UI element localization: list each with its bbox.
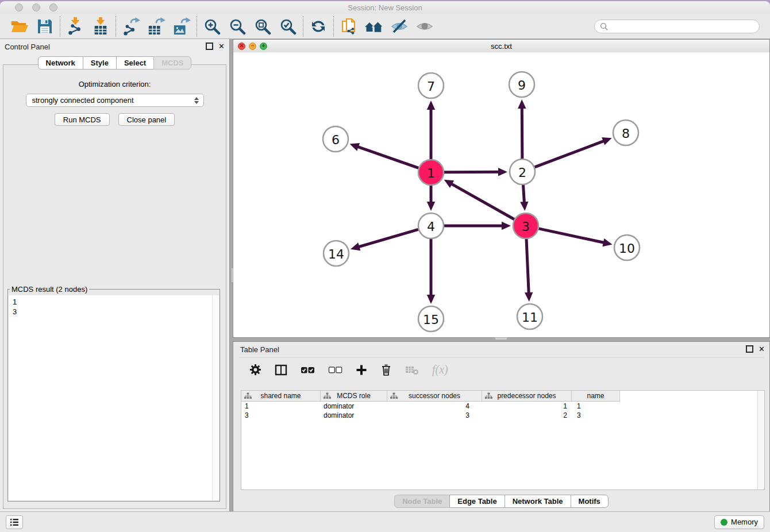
edge-3-to-11[interactable] — [525, 239, 533, 302]
memory-button[interactable]: Memory — [714, 515, 764, 529]
graph-node-6[interactable]: 6 — [323, 126, 348, 152]
edge-1-to-2[interactable] — [444, 168, 507, 176]
app-titlebar[interactable]: Session: New Session — [0, 1, 770, 14]
float-panel-icon[interactable] — [206, 43, 213, 50]
tab-mcds[interactable]: MCDS — [153, 56, 191, 70]
cell-predecessor-nodes[interactable]: 2 — [482, 411, 572, 420]
table-settings-button[interactable] — [249, 364, 261, 376]
node-table[interactable]: shared nameMCDS rolesuccessor nodesprede… — [241, 390, 765, 490]
new-network-from-selection-button[interactable] — [339, 17, 359, 36]
show-columns-button[interactable] — [301, 365, 315, 375]
first-neighbors-button[interactable] — [364, 17, 384, 36]
graph-node-10[interactable]: 10 — [614, 235, 640, 260]
function-builder-button[interactable]: f(x) — [432, 363, 448, 376]
column-header-successor-nodes[interactable]: successor nodes — [387, 391, 482, 402]
select-stepper-icon — [194, 97, 199, 104]
refresh-network-button[interactable] — [309, 17, 328, 36]
table-row[interactable]: 3dominator323 — [241, 411, 764, 420]
close-panel-icon[interactable]: ✕ — [218, 43, 225, 49]
network-canvas[interactable]: 7968124314101511 — [233, 52, 769, 337]
delete-table-button[interactable] — [405, 364, 419, 376]
column-header-predecessor-nodes[interactable]: predecessor nodes — [482, 391, 572, 402]
cell-mcds-role[interactable]: dominator — [321, 411, 387, 420]
edge-3-to-1[interactable] — [444, 180, 514, 219]
control-panel-title: Control Panel — [5, 43, 50, 51]
edge-1-to-7[interactable] — [427, 101, 435, 159]
cell-successor-nodes[interactable]: 4 — [387, 402, 482, 411]
import-table-button[interactable] — [91, 17, 110, 36]
criterion-select[interactable]: strongly connected component — [26, 94, 204, 107]
network-window-titlebar[interactable]: ✕ – + scc.txt — [233, 40, 769, 53]
memory-label: Memory — [731, 518, 758, 526]
zoom-fit-button[interactable] — [253, 17, 272, 36]
table-tab-node-table[interactable]: Node Table — [394, 495, 450, 508]
column-header-mcds-role[interactable]: MCDS role — [321, 391, 387, 402]
task-history-button[interactable] — [6, 515, 23, 529]
network-graph[interactable]: 7968124314101511 — [233, 52, 769, 338]
run-mcds-button[interactable]: Run MCDS — [55, 113, 110, 126]
graph-node-7[interactable]: 7 — [418, 73, 444, 98]
delete-column-button[interactable] — [380, 364, 392, 376]
edge-2-to-9[interactable] — [518, 99, 526, 159]
splitter-handle-vertical[interactable] — [231, 268, 233, 283]
hide-selected-button[interactable] — [390, 17, 409, 36]
table-tab-motifs[interactable]: Motifs — [571, 495, 609, 508]
cell-shared-name[interactable]: 1 — [241, 402, 321, 411]
graph-node-11[interactable]: 11 — [517, 304, 542, 329]
edge-4-to-14[interactable] — [351, 229, 418, 250]
graph-node-3[interactable]: 3 — [513, 213, 538, 238]
mcds-result-box[interactable]: 13 — [9, 295, 219, 500]
export-network-button[interactable] — [121, 17, 141, 36]
export-image-button[interactable] — [172, 17, 191, 36]
show-all-button[interactable] — [415, 17, 434, 36]
open-file-button[interactable] — [10, 17, 29, 36]
edge-2-to-8[interactable] — [535, 137, 612, 167]
cell-name[interactable]: 3 — [572, 411, 620, 420]
table-row[interactable]: 1dominator411 — [241, 402, 764, 411]
export-table-button[interactable] — [147, 17, 166, 36]
table-header-row: shared nameMCDS rolesuccessor nodesprede… — [241, 391, 764, 402]
cell-mcds-role[interactable]: dominator — [321, 402, 387, 411]
result-scrollbar[interactable] — [212, 295, 219, 500]
graph-node-2[interactable]: 2 — [510, 159, 535, 184]
svg-text:15: 15 — [423, 313, 439, 327]
graph-node-15[interactable]: 15 — [418, 306, 444, 331]
cell-successor-nodes[interactable]: 3 — [387, 411, 482, 420]
zoom-out-button[interactable] — [228, 17, 247, 36]
table-tab-network-table[interactable]: Network Table — [505, 495, 571, 508]
tab-style[interactable]: Style — [83, 56, 117, 70]
splitter-handle-horizontal[interactable] — [495, 337, 507, 340]
import-network-button[interactable] — [66, 17, 85, 36]
graph-node-4[interactable]: 4 — [418, 213, 444, 238]
zoom-in-button[interactable] — [202, 17, 222, 36]
float-table-panel-icon[interactable] — [746, 345, 753, 353]
search-input[interactable] — [611, 21, 754, 31]
create-column-button[interactable] — [356, 364, 367, 376]
edge-3-to-10[interactable] — [538, 229, 612, 246]
column-header-name[interactable]: name — [572, 391, 620, 402]
hide-columns-button[interactable] — [328, 365, 342, 375]
edge-4-to-3[interactable] — [444, 222, 511, 230]
graph-node-8[interactable]: 8 — [613, 120, 638, 145]
graph-node-14[interactable]: 14 — [324, 241, 349, 266]
close-table-panel-icon[interactable]: ✕ — [759, 346, 765, 352]
column-layout-button[interactable] — [275, 364, 287, 376]
save-session-button[interactable] — [35, 17, 55, 36]
graph-node-1[interactable]: 1 — [418, 160, 444, 185]
cell-shared-name[interactable]: 3 — [241, 411, 321, 420]
close-panel-button[interactable]: Close panel — [118, 113, 175, 126]
cell-predecessor-nodes[interactable]: 1 — [482, 402, 572, 411]
edge-2-to-3[interactable] — [520, 185, 528, 211]
column-header-shared-name[interactable]: shared name — [241, 391, 321, 402]
tab-select[interactable]: Select — [116, 56, 154, 70]
tab-network[interactable]: Network — [38, 56, 83, 70]
edge-4-to-15[interactable] — [427, 239, 435, 304]
table-scrollbar[interactable] — [757, 391, 764, 489]
edge-1-to-6[interactable] — [350, 143, 419, 168]
zoom-selected-button[interactable] — [278, 17, 298, 36]
cell-name[interactable]: 1 — [572, 402, 620, 411]
graph-node-9[interactable]: 9 — [509, 72, 534, 97]
table-tab-edge-table[interactable]: Edge Table — [449, 495, 505, 508]
edge-1-to-4[interactable] — [427, 186, 435, 211]
search-box[interactable] — [594, 20, 760, 33]
